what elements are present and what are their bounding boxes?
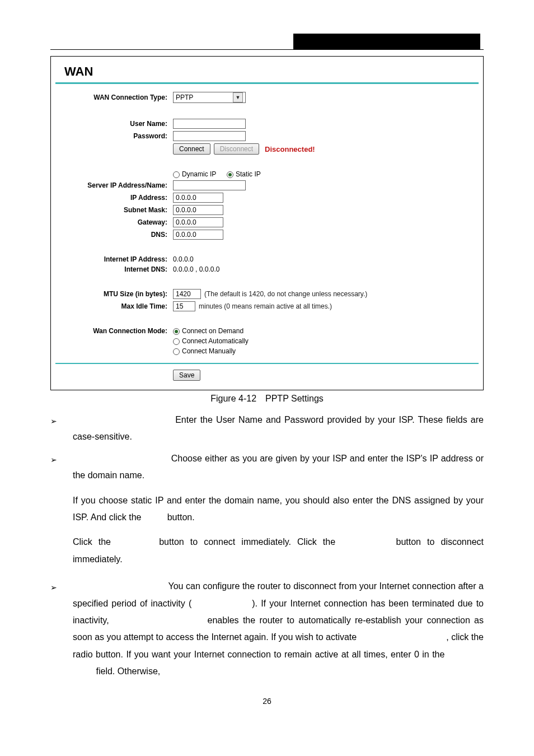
- bold-run: Connect: [117, 537, 153, 547]
- input-server-ip[interactable]: [173, 180, 246, 190]
- label-subnet-mask: Subnet Mask:: [55, 206, 173, 214]
- connect-button[interactable]: Connect: [173, 143, 210, 155]
- figure-caption: Figure 4-12 PPTP Settings: [50, 394, 484, 404]
- select-wan-connection-type[interactable]: PPTP ▼: [173, 92, 246, 103]
- radio-connect-automatically[interactable]: Connect Automatically: [173, 337, 249, 345]
- radio-static-ip[interactable]: Static IP: [227, 170, 261, 178]
- hint-max-idle: minutes (0 means remain active at all ti…: [199, 302, 332, 310]
- input-user-name[interactable]: [173, 119, 246, 129]
- radio-dynamic-ip[interactable]: Dynamic IP: [173, 170, 216, 178]
- label-user-name: User Name:: [55, 120, 173, 128]
- input-password[interactable]: [173, 131, 246, 141]
- figure-wan-settings: WAN WAN Connection Type: PPTP ▼ User Nam…: [50, 56, 484, 390]
- label-wan-connection-type: WAN Connection Type:: [55, 94, 173, 101]
- paragraph: If you choose static IP and enter the do…: [73, 492, 484, 526]
- input-ip-address[interactable]: [173, 193, 223, 203]
- label-server-ip: Server IP Address/Name:: [55, 181, 173, 189]
- bullet-text: User Name/Password - Enter the User Name…: [73, 412, 484, 446]
- divider-teal-top: [55, 82, 479, 84]
- document-body: ➢ User Name/Password - Enter the User Na…: [50, 412, 484, 680]
- chevron-down-icon: ▼: [233, 92, 243, 102]
- bold-run: Connect on Demand: [113, 615, 203, 625]
- label-max-idle: Max Idle Time:: [55, 302, 173, 310]
- radio-dynamic-ip-label: Dynamic IP: [182, 170, 216, 178]
- radio-connect-manually-label: Connect Manually: [182, 347, 236, 355]
- radio-connect-automatically-label: Connect Automatically: [182, 337, 249, 345]
- bullet-icon: ➢: [50, 412, 73, 429]
- radio-connect-on-demand[interactable]: Connect on Demand: [173, 327, 243, 335]
- bold-run: Max Idle Time: [191, 599, 252, 608]
- input-gateway[interactable]: [173, 217, 223, 227]
- divider-teal-bottom: [55, 363, 479, 364]
- text-run: button.: [165, 512, 194, 522]
- input-dns[interactable]: [173, 230, 223, 240]
- label-dns: DNS:: [55, 231, 173, 239]
- bullet-item: ➢ Dynamic IP/ Static IP - Choose either …: [50, 450, 484, 484]
- save-button[interactable]: Save: [173, 370, 200, 381]
- bullet-item: ➢ User Name/Password - Enter the User Na…: [50, 412, 484, 446]
- label-ip-address: IP Address:: [55, 194, 173, 202]
- input-mtu-size[interactable]: [173, 289, 201, 299]
- bold-lead: Connect on Demand -: [73, 581, 168, 591]
- bullet-icon: ➢: [50, 578, 73, 595]
- bold-lead: User Name/Password -: [73, 415, 175, 424]
- bold-run: Connect on Demand: [359, 632, 447, 642]
- paragraph: Click the Connect button to connect imme…: [73, 534, 484, 568]
- figure-title: WAN: [64, 64, 479, 79]
- text-run: If you choose static IP and enter the do…: [73, 496, 484, 522]
- bullet-text: Connect on Demand - You can configure th…: [73, 578, 484, 680]
- input-max-idle[interactable]: [173, 301, 195, 311]
- label-wan-connection-mode: Wan Connection Mode:: [55, 327, 173, 335]
- radio-static-ip-label: Static IP: [236, 170, 261, 178]
- text-run: field. Otherwise,: [93, 666, 160, 676]
- bold-lead: Dynamic IP/ Static IP -: [73, 454, 171, 463]
- radio-connect-on-demand-label: Connect on Demand: [182, 327, 243, 335]
- radio-connect-manually[interactable]: Connect Manually: [173, 347, 236, 355]
- text-run: button to connect immediately. Click the: [153, 537, 341, 547]
- bold-run: Save: [144, 512, 165, 522]
- input-subnet-mask[interactable]: [173, 205, 223, 215]
- value-internet-dns: 0.0.0.0 , 0.0.0.0: [173, 265, 219, 273]
- bold-run: Disconnect: [341, 537, 390, 547]
- label-gateway: Gateway:: [55, 218, 173, 226]
- hint-mtu-size: (The default is 1420, do not change unle…: [204, 290, 367, 298]
- label-internet-ip: Internet IP Address:: [55, 255, 173, 263]
- disconnect-button[interactable]: Disconnect: [214, 143, 259, 155]
- bullet-text: Dynamic IP/ Static IP - Choose either as…: [73, 450, 484, 484]
- text-run: Click the: [73, 537, 117, 547]
- bullet-item: ➢ Connect on Demand - You can configure …: [50, 578, 484, 680]
- page-number: 26: [50, 697, 484, 706]
- label-internet-dns: Internet DNS:: [55, 265, 173, 273]
- label-mtu-size: MTU Size (in bytes):: [55, 290, 173, 298]
- header-underline: [50, 49, 484, 50]
- connection-status: Disconnected!: [265, 145, 315, 153]
- bullet-icon: ➢: [50, 450, 73, 468]
- value-internet-ip: 0.0.0.0: [173, 255, 194, 263]
- header-black-bar: [293, 34, 484, 49]
- label-password: Password:: [55, 132, 173, 140]
- select-wan-connection-type-value: PPTP: [176, 94, 193, 101]
